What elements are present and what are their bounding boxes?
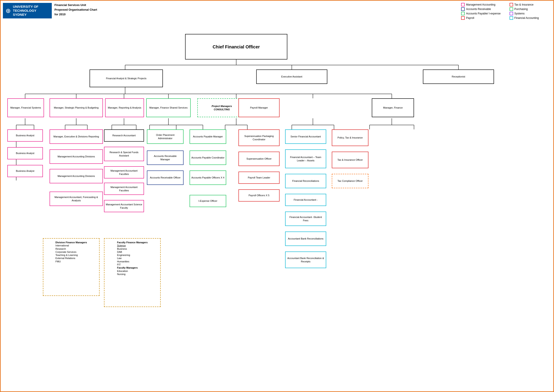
financial-analyst-box: Financial Analyst & Strategic Projects — [90, 70, 163, 87]
legend-financial-accounting: Financial Accounting — [510, 16, 549, 20]
executive-assistant-box: Executive Assistant — [256, 70, 327, 84]
ar-manager-box: Accounts Receivable Manager — [147, 150, 184, 165]
research-acctg-box: Research Accountant — [104, 129, 144, 142]
org-chart: Chief Financial Officer Financial Analys… — [3, 21, 550, 376]
ap-manager-box: Accounts Payable Manager — [190, 129, 226, 144]
mgr-strategic-planning-box: Manager, Strategic Planning & Budgeting — [50, 98, 103, 117]
legend-box-purple — [510, 12, 513, 15]
legend-box-pink — [461, 3, 465, 7]
fin-acctg-box: Financial Accountant - — [285, 194, 326, 206]
super-packaging-box: Superannuation Packaging Coordinator — [238, 129, 280, 146]
fin-acctg-student-box: Financial Accountant -Student Fees — [285, 211, 326, 226]
ba3-box: Business Analyst — [7, 165, 43, 177]
mgr-reporting-box: Manager, Reporting & Analysis — [105, 98, 144, 117]
page: ⊕ UNIVERSITY OFTECHNOLOGYSYDNEY Financia… — [0, 0, 554, 392]
mgr-finance-shared-box: Manager, Finance Shared Services — [146, 98, 191, 117]
legend-accounts-payable: Accounts Payable/ I-expense — [461, 12, 500, 15]
legend-purchasing: Purchasing — [510, 7, 549, 11]
ap-officers-box: Accounts Payable Officers X 4 — [190, 170, 226, 185]
acctg-bank-receipts-box: Accountant Bank Reconciliation & Receipt… — [285, 252, 326, 268]
fin-reconciliations-box: Financial Reconciliations — [285, 174, 326, 188]
logo-text: UNIVERSITY OFTECHNOLOGYSYDNEY — [13, 5, 38, 17]
logo-box: ⊕ UNIVERSITY OFTECHNOLOGYSYDNEY — [3, 3, 52, 18]
mgmt-acctg-science-box: Management Accountant Science Faculty — [104, 200, 144, 212]
legend-box-blue — [461, 7, 465, 11]
faculty-finance-managers-box: Faculty Finance Managers Science Busines… — [104, 238, 161, 307]
mgmt-acctg-div2-box: Management Accounting Divisions — [50, 169, 103, 183]
mgmt-acctg-div1-box: Management Accounting Divisions — [50, 149, 103, 164]
legend-tax-insurance: Tax & Insurance — [510, 3, 549, 7]
payroll-leader-box: Payroll Team Leader — [238, 172, 280, 184]
mgr-financial-systems-box: Manager, Financial Systems — [7, 98, 44, 117]
mgmt-acctg-faculties1-box: Management Accountant Faculties — [104, 166, 144, 178]
legend-management-accounting: Management Accounting — [461, 3, 500, 7]
legend-box-cyan — [510, 16, 513, 20]
ap-coordinator-box: Accounts Payable Coordinator — [190, 150, 226, 165]
legend: Management Accounting Tax & Insurance Ac… — [461, 3, 549, 20]
research-special-box: Research & Special Funds Assistant — [104, 147, 144, 161]
payroll-manager-box: Payroll Manager — [238, 98, 280, 117]
ba1-box: Business Analyst — [7, 129, 43, 142]
tax-insurance-officer-box: Tax & Insurance Officer — [332, 152, 368, 168]
mgmt-acctg-faculties2-box: Management Accountant Faculties — [104, 183, 144, 195]
super-officer-box: Superannuation Officer — [238, 152, 280, 166]
mgmt-acctg-forecasting-box: Management Accountant, Forecasting & Ana… — [50, 192, 103, 206]
mgr-exec-reporting-box: Manager, Executive & Divisions Reporting — [50, 129, 103, 144]
division-finance-managers-box: Division Finance Managers International … — [43, 238, 100, 296]
order-placement-box: Order Placement Administrator — [147, 129, 184, 144]
senior-fin-acctg-box: Senior Financial Accountant — [285, 129, 326, 144]
policy-tax-box: Policy, Tax & Insurance — [332, 129, 368, 146]
fin-acctg-leader-box: Financial Accountant – Team Leader – Ass… — [285, 149, 326, 168]
tax-compliance-box: Tax Compliance Officer — [332, 174, 368, 188]
header-title: Financial Services Unit Proposed Organis… — [54, 3, 97, 17]
acctg-bank-rec-box: Accountant Bank Reconciliations — [285, 231, 326, 246]
legend-box-red2 — [461, 16, 465, 20]
legend-payroll: Payroll — [461, 16, 500, 20]
legend-accounts-receivable: Accounts Receivable — [461, 7, 500, 11]
cfo-box: Chief Financial Officer — [185, 34, 287, 59]
legend-box-red — [510, 3, 513, 7]
mgr-finance-box: Manager, Finance — [372, 98, 414, 117]
ar-officer-box: Accounts Receivable Officer — [147, 170, 184, 185]
logo-icon: ⊕ — [6, 7, 11, 14]
iexpense-box: I-Expense Officer — [190, 195, 226, 207]
legend-box-green — [510, 7, 513, 11]
payroll-officers-box: Payroll Officers X 5 — [238, 189, 280, 202]
receptionist-box: Receptionist — [423, 70, 494, 84]
ba2-box: Business Analyst — [7, 147, 43, 159]
legend-box-green2 — [461, 12, 465, 15]
legend-systems: Systems — [510, 12, 549, 15]
